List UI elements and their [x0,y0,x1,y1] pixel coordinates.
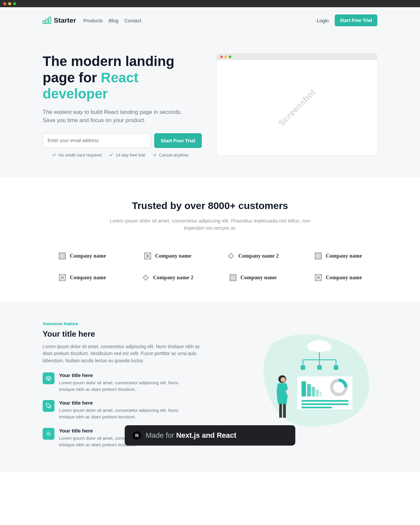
feature-icon [43,428,54,440]
svg-rect-10 [316,254,321,258]
window-close-dot[interactable] [3,2,6,5]
feature-illustration [240,321,377,437]
toast-pre: Made for [146,431,176,439]
company-mark-icon [58,273,67,282]
svg-rect-1 [46,19,48,24]
feature-item: Your title hereLorem ipsum dolor sit ame… [43,400,226,421]
company-logo: Company name [213,273,292,282]
logo[interactable]: Starter [43,16,76,24]
screenshot-titlebar [217,53,377,60]
company-mark-icon [229,273,237,282]
company-logo: Company name [43,273,121,282]
benefit-item: 14-day free trial [109,153,145,158]
company-name: Company name [70,253,106,259]
svg-rect-33 [307,384,311,396]
benefit-text: 14-day free trial [116,153,145,158]
company-mark-icon [143,252,152,260]
svg-point-19 [48,433,50,435]
company-logo: Company name 2 [213,252,292,260]
company-mark-icon [58,252,67,260]
company-name: Company name 2 [153,275,194,281]
benefit-item: No credit card required [52,153,102,158]
svg-rect-28 [301,365,305,369]
svg-point-21 [307,342,318,351]
browser-titlebar [0,0,420,7]
window-dot-icon [220,55,223,58]
svg-rect-4 [60,254,65,258]
company-name: Company name [241,275,277,281]
hero-title: The modern landing page for React develo… [43,53,207,102]
svg-rect-35 [316,389,319,396]
company-mark-icon [314,273,323,282]
toast-strong: Next.js and React [176,431,236,439]
svg-rect-38 [302,400,348,402]
svg-rect-39 [302,403,348,405]
company-name: Company name [155,253,191,259]
feature-title: Your title here [43,329,226,339]
nav-cta-button[interactable]: Start Free Trial [335,14,377,26]
svg-rect-16 [231,275,235,280]
hero-cta-button[interactable]: Start Free Trial [154,133,202,148]
hero-description: The easiest way to build React landing p… [43,108,187,125]
benefit-item: Cancel anytime [153,153,189,158]
company-logo: Company name [43,252,121,260]
framework-toast: N Made for Next.js and React [125,425,295,446]
svg-rect-45 [283,404,286,418]
trusted-sub: Lorem ipsum dolor sit amet, consectetur … [105,217,315,232]
svg-rect-30 [334,365,338,369]
feature-item-desc: Lorem ipsum dolor sit amet, consectetur … [59,380,190,393]
svg-rect-36 [320,391,322,396]
company-logo: Company name [128,252,207,260]
feature-item: Your title hereLorem ipsum dolor sit ame… [43,372,226,393]
svg-rect-0 [43,21,45,24]
nav-link-blog[interactable]: Blog [109,18,118,23]
nav-link-products[interactable]: Products [83,18,103,23]
company-name: Company name [326,253,362,259]
check-icon [109,153,114,157]
window-dot-icon [229,55,231,58]
svg-rect-40 [302,407,332,408]
company-logo: Company name [299,273,377,282]
company-mark-icon [227,252,235,260]
window-dot-icon [224,55,227,58]
company-mark-icon [314,252,323,260]
svg-rect-2 [49,17,51,24]
login-link[interactable]: Login [317,18,329,23]
svg-rect-29 [317,365,322,369]
hero-screenshot-window: Screenshot [217,53,377,156]
feature-desc: Lorem ipsum dolor sit amet, consectetur … [43,343,200,365]
svg-point-22 [321,343,331,351]
benefit-text: No credit card required [58,153,102,158]
svg-rect-34 [312,387,315,396]
feature-item-title: Your title here [59,372,190,378]
company-name: Company name [326,275,362,281]
window-max-dot[interactable] [13,2,16,5]
feature-icon [43,372,54,384]
company-logo: Company name [299,252,377,260]
nextjs-icon: N [133,431,141,440]
check-icon [153,153,157,157]
svg-point-42 [281,377,285,382]
email-input[interactable] [43,133,151,148]
svg-rect-44 [279,404,282,418]
window-min-dot[interactable] [8,2,11,5]
feature-icon [43,400,54,412]
company-logo: Company name 2 [128,273,207,282]
nav-link-contact[interactable]: Contact [124,18,141,23]
benefit-text: Cancel anytime [159,153,189,158]
check-icon [52,153,56,157]
svg-rect-32 [302,381,306,396]
feature-item-desc: Lorem ipsum dolor sit amet, consectetur … [59,407,190,421]
trusted-heading: Trusted by over 8000+ customers [43,200,377,211]
company-mark-icon [141,273,150,282]
screenshot-placeholder: Screenshot [276,87,318,128]
feature-item-title: Your title here [59,400,190,406]
company-name: Company name [70,275,106,281]
logo-icon [43,17,51,24]
brand-name: Starter [54,16,76,24]
company-name: Company name 2 [239,253,279,259]
feature-eyebrow: Awesome feature [43,321,226,326]
top-nav: Starter Products Blog Contact Login Star… [43,7,377,33]
